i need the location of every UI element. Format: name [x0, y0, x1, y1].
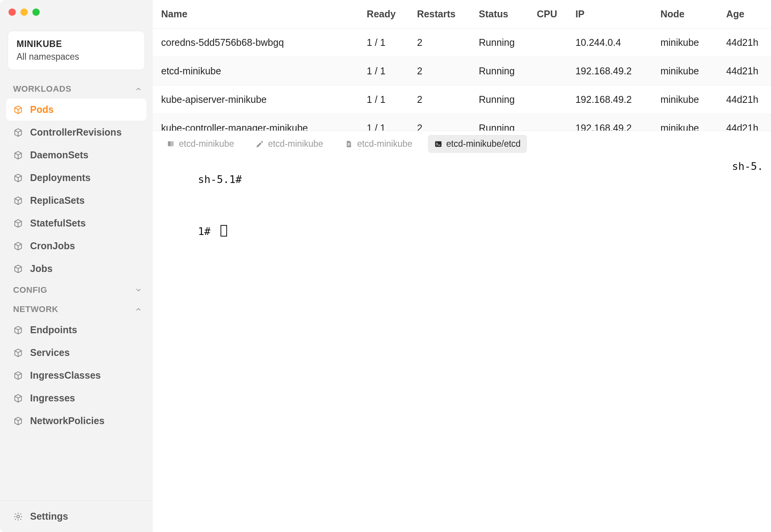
cell-node: minikube	[655, 86, 720, 114]
close-window-button[interactable]	[8, 8, 16, 16]
minimize-window-button[interactable]	[20, 8, 28, 16]
col-header-ready[interactable]: Ready	[361, 0, 411, 29]
terminal-line: sh-5.1#	[198, 173, 242, 185]
table-row[interactable]: kube-controller-manager-minikube1 / 12Ru…	[153, 114, 771, 131]
cell-ready: 1 / 1	[361, 86, 411, 114]
sidebar-item-label: Jobs	[30, 263, 52, 274]
table-row[interactable]: kube-apiserver-minikube1 / 12Running192.…	[153, 86, 771, 114]
sidebar-item-networkpolicies[interactable]: NetworkPolicies	[6, 410, 146, 432]
section-label: NETWORK	[13, 304, 58, 314]
col-header-ip[interactable]: IP	[570, 0, 655, 29]
col-header-node[interactable]: Node	[655, 0, 720, 29]
terminal-icon	[434, 140, 443, 148]
cell-ready: 1 / 1	[361, 57, 411, 86]
settings-label: Settings	[30, 511, 68, 522]
sidebar-item-label: Pods	[30, 104, 54, 115]
svg-point-0	[17, 515, 20, 518]
tab-label: etcd-minikube	[179, 139, 234, 149]
cube-icon	[13, 196, 23, 206]
table-row[interactable]: etcd-minikube1 / 12Running192.168.49.2mi…	[153, 57, 771, 86]
col-header-restarts[interactable]: Restarts	[412, 0, 473, 29]
terminal-panel[interactable]: sh-5.1# sh-5. 1#	[153, 157, 771, 532]
svg-rect-4	[435, 141, 441, 147]
cube-icon	[13, 173, 23, 183]
cube-icon	[13, 371, 23, 381]
col-header-age[interactable]: Age	[721, 0, 771, 29]
context-selector[interactable]: MINIKUBE All namespaces	[8, 31, 145, 70]
chevron-up-icon	[135, 306, 142, 313]
cell-status: Running	[473, 29, 531, 57]
sidebar-item-ingresses[interactable]: Ingresses	[6, 387, 146, 409]
sidebar-item-replicasets[interactable]: ReplicaSets	[6, 190, 146, 211]
tab-label: etcd-minikube	[268, 139, 323, 149]
terminal-wrap-right: sh-5.	[732, 160, 763, 173]
sidebar-item-label: StatefulSets	[30, 218, 86, 229]
svg-rect-3	[348, 145, 350, 145]
cell-restarts: 2	[412, 57, 473, 86]
sidebar-item-ingressclasses[interactable]: IngressClasses	[6, 364, 146, 386]
svg-rect-2	[348, 144, 350, 144]
chevron-up-icon	[135, 86, 142, 92]
cell-age: 44d21h	[721, 57, 771, 86]
cell-cpu	[531, 114, 570, 131]
pencil-icon	[256, 140, 264, 148]
cube-icon	[13, 150, 23, 160]
cell-ip: 10.244.0.4	[570, 29, 655, 57]
cube-icon	[13, 128, 23, 138]
sidebar-item-daemonsets[interactable]: DaemonSets	[6, 144, 146, 166]
sidebar-item-label: Ingresses	[30, 393, 75, 404]
section-label: WORKLOADS	[13, 84, 71, 94]
detail-tabs: etcd-minikubeetcd-minikubeetcd-minikubee…	[153, 131, 771, 157]
cell-ready: 1 / 1	[361, 29, 411, 57]
terminal-cursor	[221, 225, 227, 237]
settings-button[interactable]: Settings	[0, 500, 153, 532]
cell-age: 44d21h	[721, 114, 771, 131]
cube-icon	[13, 416, 23, 426]
sidebar-item-cronjobs[interactable]: CronJobs	[6, 235, 146, 257]
detail-tab[interactable]: etcd-minikube	[338, 135, 418, 153]
detail-tab[interactable]: etcd-minikube/etcd	[428, 135, 527, 153]
cell-age: 44d21h	[721, 86, 771, 114]
sidebar-item-label: IngressClasses	[30, 370, 101, 381]
cell-name: kube-apiserver-minikube	[153, 86, 361, 114]
maximize-window-button[interactable]	[32, 8, 40, 16]
detail-tab[interactable]: etcd-minikube	[249, 135, 329, 153]
cell-status: Running	[473, 57, 531, 86]
main-content: Name Ready Restarts Status CPU IP Node A…	[153, 0, 771, 532]
section-network[interactable]: NETWORK	[0, 300, 153, 319]
cell-status: Running	[473, 86, 531, 114]
cell-ip: 192.168.49.2	[570, 86, 655, 114]
cube-icon	[13, 264, 23, 274]
sidebar-item-label: DaemonSets	[30, 149, 88, 161]
cube-icon	[13, 218, 23, 228]
cell-name: kube-controller-manager-minikube	[153, 114, 361, 131]
sidebar-item-pods[interactable]: Pods	[6, 99, 146, 121]
sidebar-item-services[interactable]: Services	[6, 342, 146, 364]
table-row[interactable]: coredns-5dd5756b68-bwbgq1 / 12Running10.…	[153, 29, 771, 57]
section-workloads[interactable]: WORKLOADS	[0, 79, 153, 99]
sidebar-item-statefulsets[interactable]: StatefulSets	[6, 212, 146, 234]
cell-restarts: 2	[412, 114, 473, 131]
cell-status: Running	[473, 114, 531, 131]
tab-label: etcd-minikube	[357, 139, 412, 149]
detail-tab[interactable]: etcd-minikube	[160, 135, 240, 153]
sidebar: MINIKUBE All namespaces WORKLOADS PodsCo…	[0, 0, 153, 532]
cell-ip: 192.168.49.2	[570, 57, 655, 86]
cell-restarts: 2	[412, 29, 473, 57]
cell-ip: 192.168.49.2	[570, 114, 655, 131]
col-header-status[interactable]: Status	[473, 0, 531, 29]
app-window: MINIKUBE All namespaces WORKLOADS PodsCo…	[0, 0, 771, 532]
pods-table-container: Name Ready Restarts Status CPU IP Node A…	[153, 0, 771, 131]
section-config[interactable]: CONFIG	[0, 280, 153, 300]
sidebar-item-jobs[interactable]: Jobs	[6, 258, 146, 280]
col-header-name[interactable]: Name	[153, 0, 361, 29]
col-header-cpu[interactable]: CPU	[531, 0, 570, 29]
sidebar-item-deployments[interactable]: Deployments	[6, 167, 146, 189]
cube-icon	[13, 105, 23, 115]
cell-restarts: 2	[412, 86, 473, 114]
sidebar-item-endpoints[interactable]: Endpoints	[6, 319, 146, 341]
cube-icon	[13, 241, 23, 251]
cell-node: minikube	[655, 114, 720, 131]
chevron-down-icon	[135, 287, 142, 294]
sidebar-item-controllerrevisions[interactable]: ControllerRevisions	[6, 121, 146, 143]
